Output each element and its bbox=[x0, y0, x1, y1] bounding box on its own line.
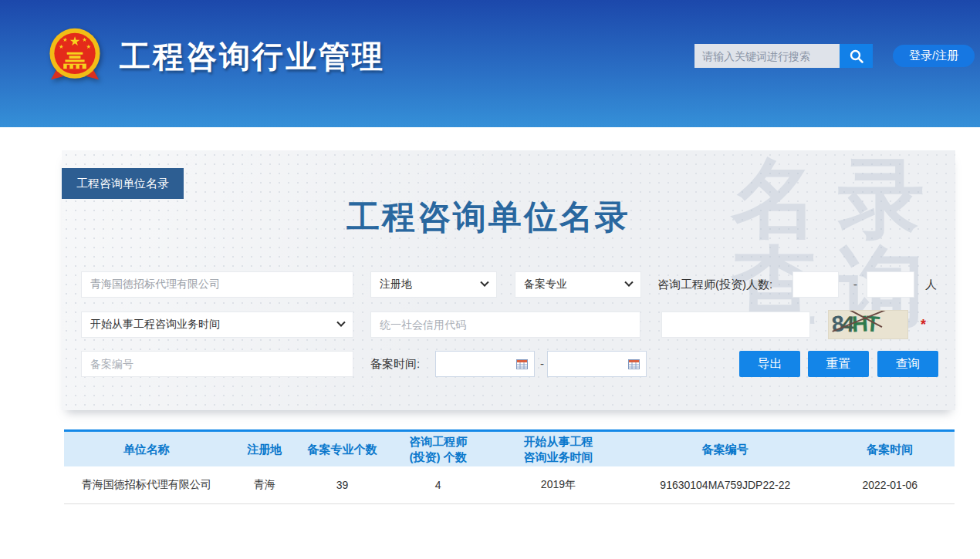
reset-button[interactable]: 重置 bbox=[808, 351, 869, 377]
column-header-engineer-count: 咨询工程师 (投资) 个数 bbox=[384, 432, 491, 466]
column-header-record-time: 备案时间 bbox=[826, 432, 955, 466]
record-time-to-input[interactable] bbox=[547, 351, 647, 377]
export-button[interactable]: 导出 bbox=[739, 351, 800, 377]
column-header-start-time: 开始从事工程 咨询业务时间 bbox=[492, 432, 625, 466]
cell-record-time: 2022-01-06 bbox=[826, 466, 955, 503]
calendar-icon bbox=[628, 359, 640, 369]
chevron-down-icon bbox=[336, 318, 345, 327]
cell-unit-name: 青海国德招标代理有限公司 bbox=[64, 466, 228, 503]
required-asterisk: * bbox=[921, 317, 926, 333]
calendar-icon bbox=[516, 359, 528, 369]
column-header-register-place: 注册地 bbox=[228, 432, 299, 466]
site-title: 工程咨询行业管理 bbox=[120, 35, 385, 78]
chevron-down-icon bbox=[624, 278, 633, 287]
directory-panel: 名录 查询 工程咨询单位名录 工程咨询单位名录 注册地 备案专业 咨询工程师(投… bbox=[62, 150, 955, 410]
captcha-input[interactable] bbox=[661, 311, 810, 338]
national-emblem-logo: ★ ★ ★ ★ ★ bbox=[46, 25, 103, 88]
filter-row-3: 备案时间: - 导出 重置 查询 bbox=[62, 351, 955, 377]
login-register-button[interactable]: 登录/注册 bbox=[893, 45, 975, 67]
cell-engineer-count: 4 bbox=[384, 466, 491, 503]
engineer-count-label: 咨询工程师(投资)人数: bbox=[657, 271, 772, 298]
start-time-select[interactable]: 开始从事工程咨询业务时间 bbox=[81, 311, 353, 338]
svg-text:★: ★ bbox=[69, 34, 81, 48]
svg-text:★: ★ bbox=[63, 36, 68, 43]
national-emblem-icon: ★ ★ ★ ★ ★ bbox=[46, 25, 103, 88]
column-header-unit-name: 单位名称 bbox=[64, 432, 228, 466]
query-button[interactable]: 查询 bbox=[877, 351, 938, 377]
header-search bbox=[694, 44, 873, 68]
chevron-down-icon bbox=[480, 278, 488, 287]
credit-code-input[interactable] bbox=[370, 311, 640, 338]
record-major-select[interactable]: 备案专业 bbox=[515, 271, 641, 298]
filter-row-1: 注册地 备案专业 咨询工程师(投资)人数: - 人 bbox=[62, 271, 955, 298]
page: ★ ★ ★ ★ ★ 工程咨询行业管理 bbox=[0, 0, 980, 559]
record-time-label: 备案时间: bbox=[370, 351, 420, 377]
cell-record-number: 91630104MA759JDP22-22 bbox=[625, 466, 826, 503]
filter-row-2: 开始从事工程咨询业务时间 84HT * bbox=[62, 311, 955, 338]
table-row[interactable]: 青海国德招标代理有限公司 青海 39 4 2019年 91630104MA759… bbox=[64, 466, 955, 503]
results-table: 单位名称 注册地 备案专业个数 咨询工程师 (投资) 个数 开始从事工程 咨询业… bbox=[64, 429, 955, 504]
register-place-select[interactable]: 注册地 bbox=[370, 271, 497, 298]
range-dash: - bbox=[853, 271, 857, 298]
svg-text:★: ★ bbox=[86, 43, 91, 50]
range-dash: - bbox=[540, 351, 544, 377]
cell-register-place: 青海 bbox=[228, 466, 299, 503]
watermark-text: 名录 查询 bbox=[732, 155, 945, 331]
register-place-select-value: 注册地 bbox=[380, 278, 477, 291]
site-header: ★ ★ ★ ★ ★ 工程咨询行业管理 bbox=[0, 0, 980, 127]
search-button[interactable] bbox=[840, 44, 873, 68]
table-header-row: 单位名称 注册地 备案专业个数 咨询工程师 (投资) 个数 开始从事工程 咨询业… bbox=[64, 432, 955, 466]
panel-title: 工程咨询单位名录 bbox=[62, 195, 935, 240]
svg-text:★: ★ bbox=[82, 36, 87, 43]
column-header-record-number: 备案编号 bbox=[625, 432, 826, 466]
column-header-major-count: 备案专业个数 bbox=[300, 432, 385, 466]
search-input[interactable] bbox=[694, 44, 840, 68]
engineer-count-from-input[interactable] bbox=[792, 271, 839, 298]
start-time-select-value: 开始从事工程咨询业务时间 bbox=[90, 318, 333, 332]
engineer-count-to-input[interactable] bbox=[867, 271, 914, 298]
cell-start-time: 2019年 bbox=[492, 466, 625, 503]
captcha-image[interactable]: 84HT bbox=[828, 310, 908, 339]
tab-directory[interactable]: 工程咨询单位名录 bbox=[62, 168, 184, 199]
search-icon bbox=[849, 49, 864, 64]
engineer-count-unit-label: 人 bbox=[925, 271, 937, 298]
company-name-input[interactable] bbox=[81, 271, 353, 298]
svg-text:★: ★ bbox=[59, 43, 64, 50]
record-major-select-value: 备案专业 bbox=[524, 278, 621, 291]
record-time-from-input[interactable] bbox=[435, 351, 535, 377]
record-number-input[interactable] bbox=[81, 351, 353, 377]
cell-major-count: 39 bbox=[300, 466, 385, 503]
